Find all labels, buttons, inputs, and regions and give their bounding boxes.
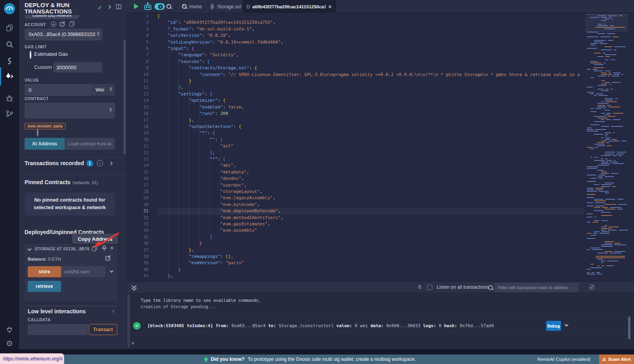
- code-line[interactable]: },: [157, 84, 584, 91]
- code-line[interactable]: }: [157, 240, 584, 247]
- code-line[interactable]: "*": [: [157, 156, 584, 162]
- pin-panel-icon[interactable]: ◫: [116, 2, 122, 10]
- store-input[interactable]: [61, 266, 105, 277]
- code-line[interactable]: "userdoc",: [157, 182, 584, 189]
- terminal-panel[interactable]: Type the library name to see available c…: [127, 293, 634, 349]
- expand-terminal-chevrons-icon[interactable]: [132, 284, 136, 290]
- terminal-scrollbar[interactable]: [628, 316, 630, 339]
- code-line[interactable]: {: [157, 13, 584, 19]
- code-line[interactable]: "*": {: [157, 130, 584, 136]
- search-icon[interactable]: [5, 40, 14, 49]
- code-line[interactable]: "ast": [157, 143, 584, 149]
- code-line[interactable]: "solcVersion": "0.8.19",: [157, 32, 584, 39]
- debugger-icon[interactable]: [5, 94, 14, 103]
- code-line[interactable]: "outputSelection": {: [157, 124, 584, 130]
- code-line[interactable]: "runs": 200: [157, 111, 584, 117]
- contract-collapse-chevron-icon[interactable]: [28, 247, 32, 251]
- account-select[interactable]: 0xA03...85ac4 (0.39866531531: [25, 29, 102, 40]
- transactions-expand-chevron-icon[interactable]: [109, 162, 113, 166]
- run-script-play-icon[interactable]: [134, 4, 139, 9]
- code-line[interactable]: "evm.deployedBytecode",: [157, 208, 584, 214]
- tab-storage-sol[interactable]: Storage.sol: [206, 0, 246, 13]
- retrieve-button[interactable]: retrieve: [28, 281, 61, 292]
- code-line[interactable]: "language": "Solidity",: [157, 52, 584, 58]
- contract-select[interactable]: [25, 103, 115, 118]
- zoom-out-icon[interactable]: [166, 4, 172, 9]
- code-line[interactable]: "enabled": false,: [157, 104, 584, 111]
- plugin-manager-icon[interactable]: [5, 326, 14, 334]
- code-line[interactable]: "evm.methodIdentifiers",: [157, 215, 584, 221]
- code-line[interactable]: }: [157, 267, 584, 273]
- code-line[interactable]: }: [157, 78, 584, 84]
- code-line[interactable]: "storageLayout",: [157, 189, 584, 195]
- code-line[interactable]: "_format": "hh-sol-build-info-1",: [157, 26, 584, 32]
- code-line[interactable]: "evm.legacyAssembly",: [157, 195, 584, 201]
- code-line[interactable]: "content": "// SPDX-License-Identifier: …: [157, 72, 584, 78]
- code-line[interactable]: "input": {: [157, 46, 584, 52]
- code-line[interactable]: ],: [157, 150, 584, 156]
- code-line[interactable]: "evm.assembly": [157, 227, 584, 234]
- tab-build-info-json[interactable]: { } a69b43f277ba20fcac141151250ca755.jso…: [243, 0, 337, 13]
- store-button[interactable]: store: [28, 266, 61, 277]
- store-expand-chevron-icon[interactable]: [110, 269, 114, 273]
- clear-console-icon[interactable]: [589, 284, 595, 290]
- copilot-toggle-icon[interactable]: [155, 3, 165, 10]
- code-line[interactable]: "evm.gasEstimates",: [157, 221, 584, 227]
- code-line[interactable]: "id": "a69b43f277ba20fcac141151250ca755"…: [157, 19, 584, 26]
- add-account-icon[interactable]: +: [51, 21, 56, 27]
- transactions-info-icon[interactable]: i: [97, 160, 103, 166]
- account-stepper[interactable]: [97, 32, 99, 36]
- transaction-log-row[interactable]: ✓ [block:5583405 txIndex:4] from: 0xa03.…: [127, 319, 634, 333]
- code-line[interactable]: "metadata",: [157, 169, 584, 175]
- at-address-input[interactable]: [65, 138, 115, 150]
- code-line[interactable]: "evm.bytecode",: [157, 202, 584, 208]
- calldata-input[interactable]: [28, 324, 88, 335]
- code-line[interactable]: },: [157, 247, 584, 253]
- value-unit-select[interactable]: Wei: [92, 84, 115, 96]
- deploy-and-run-icon[interactable]: [5, 72, 14, 81]
- code-line[interactable]: "abi",: [157, 162, 584, 169]
- terminal-prompt[interactable]: >: [132, 341, 134, 345]
- code-line[interactable]: "devdoc",: [157, 175, 584, 182]
- value-input[interactable]: [25, 84, 92, 96]
- code-line[interactable]: "evmVersion": "paris": [157, 260, 584, 266]
- at-address-button[interactable]: At Address: [25, 138, 65, 150]
- collapse-panel-chevron-icon[interactable]: [107, 5, 111, 9]
- tab-home[interactable]: ⌂ Home: [179, 0, 206, 13]
- estimated-gas-radio[interactable]: [30, 51, 31, 59]
- code-line[interactable]: "sources": {: [157, 59, 584, 65]
- remix-ai-robot-icon[interactable]: [143, 2, 152, 12]
- low-level-info-icon[interactable]: i: [113, 308, 114, 314]
- terminal-filter-input[interactable]: [495, 283, 579, 292]
- remix-logo-icon[interactable]: [4, 3, 15, 15]
- scam-alert-badge[interactable]: ⚠ Scam Alert: [599, 354, 634, 364]
- expand-log-chevron-icon[interactable]: [565, 323, 569, 327]
- git-icon[interactable]: [5, 109, 14, 118]
- code-line[interactable]: "remappings": [],: [157, 253, 584, 260]
- debug-button[interactable]: Debug: [546, 321, 561, 331]
- transact-button[interactable]: Transact: [89, 324, 117, 335]
- editor-minimap[interactable]: [585, 13, 628, 281]
- code-line[interactable]: "contracts/Storage.sol": {: [157, 65, 584, 71]
- code-line[interactable]: "solcLongVersion": "0.8.19+commit.7dd6d4…: [157, 39, 584, 46]
- copilot-status[interactable]: RemixAI Copilot (enabled): [537, 357, 590, 362]
- contract-instance-header[interactable]: STORAGE AT 0X136...8B78: [35, 247, 89, 251]
- settings-gear-icon[interactable]: ⚙: [5, 339, 14, 348]
- code-line[interactable]: "optimizer": {: [157, 97, 584, 104]
- code-line[interactable]: "": [: [157, 137, 584, 143]
- listen-checkbox[interactable]: [427, 285, 432, 290]
- edit-balance-icon[interactable]: [105, 255, 111, 263]
- code-line[interactable]: },: [157, 273, 584, 279]
- code-line[interactable]: "settings": {: [157, 91, 584, 97]
- file-explorer-icon[interactable]: [5, 23, 14, 32]
- panel-scrollbar[interactable]: [124, 40, 126, 154]
- solidity-compiler-icon[interactable]: [5, 57, 14, 65]
- custom-gas-radio[interactable]: [37, 128, 38, 137]
- code-line[interactable]: },: [157, 117, 584, 124]
- editor-code-lines[interactable]: { "id": "a69b43f277ba20fcac141151250ca75…: [157, 13, 584, 281]
- copy-account-icon[interactable]: [69, 21, 74, 27]
- close-tab-icon[interactable]: ×: [328, 4, 332, 10]
- edit-account-icon[interactable]: [60, 21, 66, 29]
- custom-gas-input[interactable]: [53, 62, 102, 72]
- code-line[interactable]: ]: [157, 234, 584, 240]
